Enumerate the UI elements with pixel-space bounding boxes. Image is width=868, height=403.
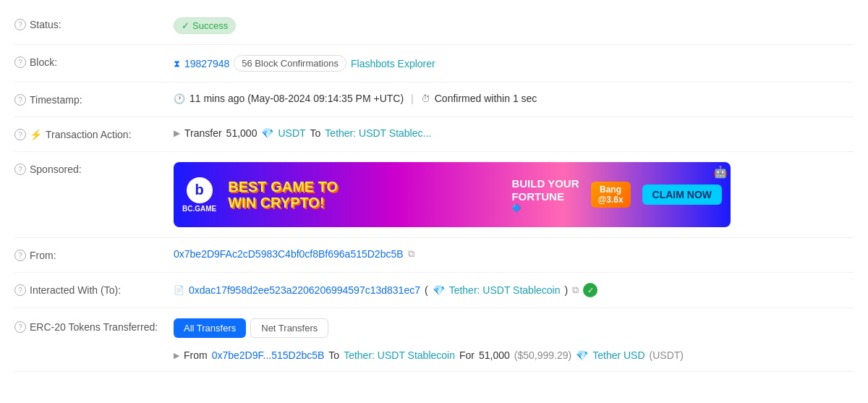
tx-action-info-icon[interactable]: ? — [14, 129, 26, 140]
status-value: ✓ Success — [174, 17, 854, 34]
tx-action-label: ? ⚡ Transaction Action: — [14, 127, 174, 140]
tx-action-token-link[interactable]: USDT — [278, 127, 305, 139]
block-info-icon[interactable]: ? — [14, 56, 26, 68]
block-number-link[interactable]: 19827948 — [184, 58, 229, 69]
sponsored-row: ? Sponsored: b BC.GAME BEST GAME TOWIN C… — [14, 152, 854, 238]
transfer-to-address[interactable]: Tether: USDT Stablecoin — [344, 349, 455, 361]
status-badge: ✓ Success — [174, 17, 236, 34]
interacted-with-row: ? Interacted With (To): 📄 0xdac17f958d2e… — [14, 273, 854, 308]
erc20-row: ? ERC-20 Tokens Transferred: All Transfe… — [14, 308, 854, 372]
transfer-from-address[interactable]: 0x7be2D9F...515D2bc5B — [212, 349, 325, 361]
interacted-token-link[interactable]: Tether: USDT Stablecoin — [449, 284, 561, 296]
erc20-buttons: All Transfers Net Transfers — [174, 318, 328, 338]
transfer-token-name-link[interactable]: Tether USD — [592, 349, 644, 361]
from-row: ? From: 0x7be2D9FAc2cD5983C4bf0cf8Bf696a… — [14, 238, 854, 273]
status-check-icon: ✓ — [182, 20, 190, 31]
interacted-with-value: 📄 0xdac17f958d2ee523a2206206994597c13d83… — [174, 283, 854, 297]
tx-action-arrow-icon: ▶ — [174, 128, 180, 138]
ad-banner[interactable]: b BC.GAME BEST GAME TOWIN CRYPTO! BUILD … — [174, 162, 731, 227]
timestamp-label: ? Timestamp: — [14, 93, 174, 106]
contract-icon: 📄 — [174, 285, 184, 295]
tx-action-value: ▶ Transfer 51,000 💎 USDT To Tether: USDT… — [174, 127, 854, 139]
transfer-arrow-icon: ▶ — [174, 351, 179, 360]
tx-action-row: ? ⚡ Transaction Action: ▶ Transfer 51,00… — [14, 117, 854, 152]
sponsored-info-icon[interactable]: ? — [14, 164, 26, 175]
ad-site-name: BC.GAME — [182, 205, 216, 213]
timestamp-info-icon[interactable]: ? — [14, 94, 26, 106]
verified-icon: ✓ — [583, 283, 597, 297]
all-transfers-button[interactable]: All Transfers — [174, 318, 246, 338]
net-transfers-button[interactable]: Net Transfers — [250, 318, 328, 338]
block-label: ? Block: — [14, 55, 174, 68]
hourglass-icon: ⧗ — [174, 58, 180, 69]
timestamp-row: ? Timestamp: 🕐 11 mins ago (May-08-2024 … — [14, 82, 854, 117]
sponsored-label: ? Sponsored: — [14, 162, 174, 175]
ad-sub-text: BUILD YOURFORTUNE 🔷 — [511, 177, 579, 213]
erc20-label: ? ERC-20 Tokens Transferred: — [14, 318, 174, 333]
confirmations-badge: 56 Block Confirmations — [234, 55, 346, 72]
usdt-gem-icon: 💎 — [261, 127, 273, 139]
erc20-value: All Transfers Net Transfers ▶ From 0x7be… — [174, 318, 854, 361]
flashbots-explorer-link[interactable]: Flashbots Explorer — [351, 58, 435, 69]
status-info-icon[interactable]: ? — [14, 19, 26, 30]
from-copy-icon[interactable]: ⧉ — [408, 248, 414, 260]
block-value: ⧗ 19827948 56 Block Confirmations Flashb… — [174, 55, 854, 72]
clock-icon: 🕐 — [174, 93, 185, 104]
ad-main-text: BEST GAME TOWIN CRYPTO! — [222, 179, 506, 211]
transfer-detail-row: ▶ From 0x7be2D9F...515D2bc5B To Tether: … — [174, 342, 684, 361]
from-address-link[interactable]: 0x7be2D9FAc2cD5983C4bf0cf8Bf696a515D2bc5… — [174, 248, 404, 260]
from-info-icon[interactable]: ? — [14, 250, 26, 261]
status-row: ? Status: ✓ Success — [14, 7, 854, 45]
ad-emoji: 🤖 — [713, 165, 728, 179]
timestamp-value: 🕐 11 mins ago (May-08-2024 09:14:35 PM +… — [174, 93, 854, 104]
erc20-info-icon[interactable]: ? — [14, 321, 26, 333]
transfer-gem-icon: 💎 — [576, 349, 588, 361]
interacted-address-link[interactable]: 0xdac17f958d2ee523a2206206994597c13d831e… — [189, 284, 420, 296]
timestamp-separator: | — [408, 93, 417, 104]
interacted-gem-icon: 💎 — [433, 284, 445, 296]
interacted-info-icon[interactable]: ? — [14, 284, 26, 296]
from-value: 0x7be2D9FAc2cD5983C4bf0cf8Bf696a515D2bc5… — [174, 248, 854, 260]
block-row: ? Block: ⧗ 19827948 56 Block Confirmatio… — [14, 45, 854, 82]
ad-claim-button[interactable]: CLAIM NOW — [642, 184, 722, 205]
ad-bang-badge: Bang @3.6x — [591, 182, 631, 208]
tx-action-destination-link[interactable]: Tether: USDT Stablec... — [325, 127, 431, 139]
from-label: ? From: — [14, 248, 174, 261]
interacted-copy-icon[interactable]: ⧉ — [572, 284, 579, 296]
lightning-icon: ⚡ — [30, 129, 42, 140]
ad-logo-icon: b — [187, 177, 213, 203]
timer-icon: ⏱ — [421, 93, 430, 104]
sponsored-value: b BC.GAME BEST GAME TOWIN CRYPTO! BUILD … — [174, 162, 854, 227]
interacted-with-label: ? Interacted With (To): — [14, 283, 174, 296]
status-label: ? Status: — [14, 17, 174, 30]
